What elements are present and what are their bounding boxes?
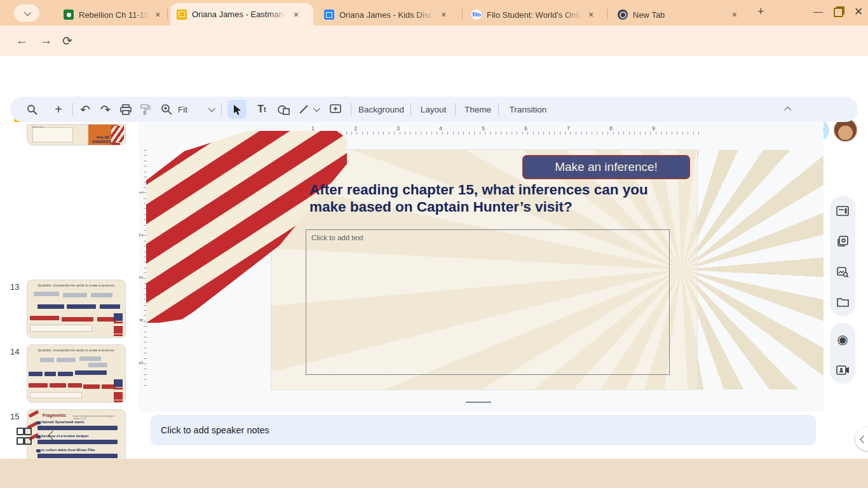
inference-badge[interactable]: Make an inference!	[522, 155, 690, 179]
svg-text:★: ★	[146, 131, 160, 132]
close-window-button[interactable]: ✕	[854, 5, 863, 18]
svg-text:★: ★	[146, 139, 161, 161]
forward-icon[interactable]: →	[40, 34, 52, 48]
flag-stamp-decoration	[114, 313, 123, 321]
tab-new-tab[interactable]: New Tab ×	[611, 4, 745, 25]
insert-comment-icon[interactable]	[325, 97, 346, 122]
slide-filmstrip: Debt to Pay HALSE ANDERSON 13 Scramble: …	[0, 122, 139, 412]
tab-kids-discover[interactable]: Oriana James - Kids Discover ×	[318, 4, 454, 25]
new-tab-button[interactable]: +	[757, 5, 764, 18]
tab-title: Filo Student: World's Only Liv	[487, 10, 582, 20]
background-button[interactable]: Background	[358, 97, 404, 122]
paint-format-icon[interactable]	[136, 97, 155, 122]
svg-text:★: ★	[166, 131, 187, 145]
zoom-select[interactable]: Fit	[178, 97, 200, 122]
system-shelf: Desk 1 Sign out ⊖ Oct 17 1:55	[0, 459, 868, 488]
filo-favicon: filo	[471, 10, 482, 20]
slide-text-placeholder-box[interactable]: Click to add text	[306, 229, 670, 375]
theme-button[interactable]: Theme	[463, 97, 493, 122]
thumbnail-slide-12-partial[interactable]: Debt to Pay HALSE ANDERSON	[27, 124, 126, 146]
tab-close-icon[interactable]: ×	[587, 10, 595, 20]
folder-tool-icon[interactable]	[837, 297, 849, 307]
classroom-favicon	[64, 10, 74, 20]
speaker-notes[interactable]: Click to add speaker notes	[151, 415, 816, 445]
slide-number-14: 14	[10, 347, 19, 356]
slide-canvas: 1 2 3 4 5 6 7 8 9 1 2 3 4 5	[139, 122, 824, 412]
article-tool-icon[interactable]	[836, 206, 849, 216]
text-box-tool[interactable]: Tt	[252, 97, 272, 122]
select-tool[interactable]	[226, 97, 248, 122]
shape-tool[interactable]	[273, 97, 294, 122]
screen: Rebellion Ch 11-15 × Oriana James - East…	[0, 0, 868, 488]
undo-icon[interactable]: ↶	[75, 97, 95, 122]
tab-search-button[interactable]	[14, 4, 39, 22]
zoom-icon[interactable]	[156, 97, 177, 122]
tab-close-icon[interactable]: ×	[154, 10, 161, 20]
tab-title: New Tab	[633, 10, 726, 20]
search-menus-icon[interactable]	[20, 97, 43, 122]
restore-button[interactable]	[834, 8, 843, 17]
tab-close-icon[interactable]: ×	[440, 10, 447, 20]
camera-record-icon[interactable]	[836, 365, 850, 375]
new-tab-favicon	[618, 10, 628, 20]
new-slide-button[interactable]: +	[48, 97, 69, 122]
tab-slides-active[interactable]: Oriana James - Eastman-3-2 S ×	[170, 3, 313, 25]
layout-button[interactable]: Layout	[418, 97, 449, 122]
back-icon[interactable]: ←	[16, 34, 28, 48]
side-panel-toggle[interactable]	[855, 427, 868, 451]
tab-filo[interactable]: filo Filo Student: World's Only Liv ×	[465, 4, 601, 25]
redo-icon[interactable]: ↷	[95, 97, 116, 122]
minimize-button[interactable]: —	[813, 6, 823, 17]
side-tools-group-top	[830, 196, 855, 316]
browser-tab-strip: Rebellion Ch 11-15 × Oriana James - East…	[0, 0, 868, 25]
notes-drag-handle[interactable]	[466, 402, 491, 403]
reload-icon[interactable]: ⟳	[62, 34, 72, 48]
tab-close-icon[interactable]: ×	[731, 10, 738, 20]
transition-button[interactable]: Transition	[506, 97, 550, 122]
tab-title: Oriana James - Kids Discover	[339, 10, 435, 20]
chevron-down-icon	[24, 8, 31, 15]
placeholder-text: Click to add text	[311, 234, 363, 241]
tab-title: Rebellion Ch 11-15	[79, 10, 149, 20]
collapse-toolbar-icon[interactable]	[779, 97, 798, 122]
zoom-dropdown-icon[interactable]	[205, 97, 217, 122]
side-tools-group-bottom: ◉	[830, 323, 855, 384]
flag-stamp-decoration	[114, 379, 123, 387]
screenshot-tool-icon[interactable]	[837, 236, 848, 247]
thumbnail-slide-14[interactable]: Scramble: Unscramble the words to create…	[27, 344, 126, 403]
print-icon[interactable]	[116, 97, 136, 122]
tab-title: Oriana James - Eastman-3-2 S	[192, 10, 287, 19]
slide-title-text[interactable]: After reading chapter 15, what inference…	[309, 181, 665, 215]
tab-rebellion[interactable]: Rebellion Ch 11-15 ×	[57, 4, 168, 25]
sunburst-decoration	[698, 150, 824, 390]
grid-view-icon[interactable]	[17, 428, 31, 442]
slide-number-13: 13	[10, 282, 19, 292]
line-dropdown-icon[interactable]	[310, 97, 322, 122]
flag-corner-decoration	[111, 126, 124, 142]
fragments-header: Fragments:	[43, 413, 67, 417]
thumbnail-slide-13[interactable]: Scramble: Unscramble the words to create…	[27, 280, 126, 338]
docs-favicon	[324, 10, 334, 20]
tab-close-icon[interactable]: ×	[292, 10, 300, 20]
slides-app-header: Oriana James - Eastman-3-2 Slides Chapte…	[0, 56, 868, 95]
browser-address-bar: ← → ⟳ docs.google.com/presentation/d/12s…	[0, 25, 868, 56]
slide-number-15: 15	[10, 412, 19, 421]
slides-toolbar: + ↶ ↷ Fit Tt Background	[10, 97, 858, 122]
image-search-tool-icon[interactable]	[837, 267, 849, 278]
record-icon[interactable]: ◉	[837, 332, 848, 347]
slides-favicon	[177, 10, 187, 20]
